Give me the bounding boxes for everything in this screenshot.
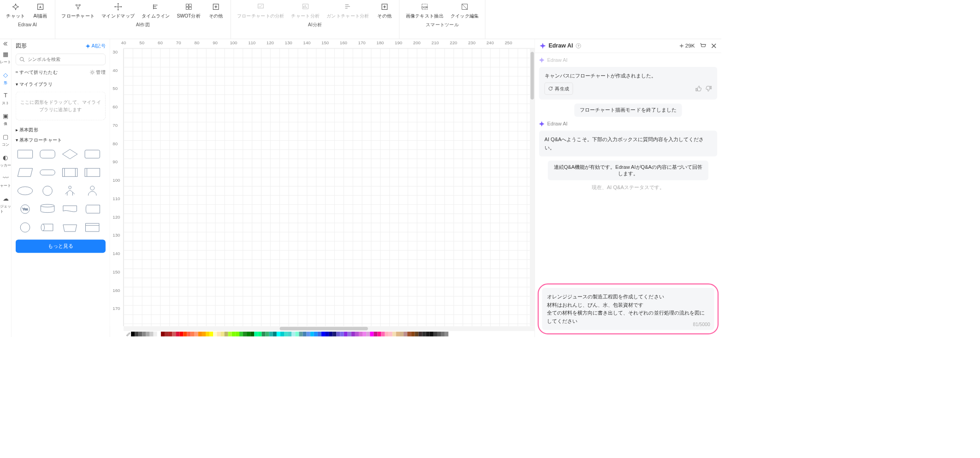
color-swatch[interactable] (392, 332, 396, 336)
color-swatch[interactable] (254, 332, 258, 336)
color-swatch[interactable] (389, 332, 392, 336)
color-swatch[interactable] (239, 332, 243, 336)
color-swatch[interactable] (445, 332, 448, 336)
color-swatch[interactable] (250, 332, 254, 336)
rail-palette[interactable]: ◐ッカー (0, 150, 11, 171)
flowchart-shape-14[interactable] (60, 202, 79, 216)
color-swatch[interactable] (426, 332, 430, 336)
flowchart-shape-7[interactable] (83, 165, 102, 180)
color-swatch[interactable] (150, 332, 154, 336)
color-swatch[interactable] (295, 332, 299, 336)
color-swatch[interactable] (228, 332, 232, 336)
flowchart-shape-9[interactable] (38, 183, 57, 198)
color-swatch[interactable] (273, 332, 277, 336)
toolbar-mindmap[interactable]: マインドマップ (98, 2, 138, 20)
ai-prompt-input[interactable]: オレンジジュースの製造工程図を作成してください 材料はおれんじ、びん、水、包装資… (542, 288, 714, 330)
color-swatch[interactable] (154, 332, 157, 336)
rail-box[interactable]: ▢コン (0, 130, 11, 150)
flowchart-shape-1[interactable] (38, 147, 57, 161)
color-swatch[interactable] (198, 332, 202, 336)
toolbar-ocr[interactable]: OCR画像テキスト抽出 (402, 2, 447, 20)
fold-all-toggle[interactable]: ≈ すべて折りたたむ (16, 69, 58, 75)
color-swatch[interactable] (236, 332, 239, 336)
color-swatch[interactable] (172, 332, 176, 336)
rail-chart[interactable]: 〰ャート (0, 171, 11, 191)
toolbar-flow-an[interactable]: フローチャートの分析 (233, 2, 288, 20)
color-swatch[interactable] (314, 332, 318, 336)
color-swatch[interactable] (381, 332, 385, 336)
regenerate-button[interactable]: 再生成 (545, 83, 573, 95)
color-swatch[interactable] (318, 332, 321, 336)
color-swatch[interactable] (232, 332, 236, 336)
symbol-search-input[interactable] (28, 57, 102, 62)
color-swatch[interactable] (213, 332, 217, 336)
color-swatch[interactable] (284, 332, 288, 336)
toolbar-swot[interactable]: SWOT分析 (173, 2, 204, 20)
color-swatch[interactable] (195, 332, 198, 336)
flowchart-shape-8[interactable] (16, 183, 35, 198)
flowchart-shape-12[interactable]: Yes (16, 202, 35, 216)
color-swatch[interactable] (168, 332, 172, 336)
scrollbar-vertical[interactable] (530, 48, 535, 326)
color-swatch[interactable] (355, 332, 359, 336)
color-swatch[interactable] (329, 332, 333, 336)
section-basic-shapes[interactable]: ▸ 基本図形 (16, 125, 106, 135)
color-swatch[interactable] (307, 332, 310, 336)
color-swatch[interactable] (418, 332, 422, 336)
color-swatch[interactable] (258, 332, 261, 336)
color-swatch[interactable] (310, 332, 314, 336)
color-swatch[interactable] (288, 332, 291, 336)
rail-shape[interactable]: ◇形 (0, 68, 11, 89)
manage-button[interactable]: 管理 (90, 69, 106, 75)
color-swatch[interactable] (351, 332, 355, 336)
color-swatch[interactable] (321, 332, 325, 336)
color-swatch[interactable] (333, 332, 336, 336)
color-swatch[interactable] (142, 332, 146, 336)
color-swatch[interactable] (217, 332, 220, 336)
thumbs-up-icon[interactable] (695, 86, 701, 92)
color-swatch[interactable] (344, 332, 348, 336)
flowchart-shape-13[interactable] (38, 202, 57, 216)
color-swatch[interactable] (374, 332, 377, 336)
color-swatch[interactable] (407, 332, 411, 336)
color-swatch[interactable] (179, 332, 183, 336)
flowchart-shape-19[interactable] (83, 220, 102, 235)
toolbar-image-ai[interactable]: AAI描画 (29, 2, 53, 20)
color-swatch[interactable] (400, 332, 404, 336)
color-swatch[interactable] (146, 332, 149, 336)
color-swatch[interactable] (404, 332, 407, 336)
color-swatch[interactable] (299, 332, 303, 336)
color-swatch[interactable] (202, 332, 206, 336)
rail-image[interactable]: ▣像 (0, 109, 11, 130)
color-swatch[interactable] (209, 332, 213, 336)
color-swatch[interactable] (280, 332, 284, 336)
toolbar-timeline[interactable]: タイムライン (138, 2, 174, 20)
color-swatch[interactable] (266, 332, 269, 336)
rail-cloud[interactable]: ☁ジェット (0, 191, 11, 217)
more-shapes-button[interactable]: もっと見る (16, 240, 106, 253)
help-icon[interactable]: ? (576, 43, 581, 48)
toolbar-sparkle[interactable]: チャット (3, 2, 29, 20)
toolbar-chart-an[interactable]: チャート分析 (288, 2, 323, 20)
flowchart-shape-16[interactable] (16, 220, 35, 235)
cart-icon[interactable] (700, 43, 707, 49)
symbol-search[interactable] (16, 54, 106, 65)
color-swatch[interactable] (434, 332, 437, 336)
toolbar-quick[interactable]: クイック編集 (447, 2, 482, 20)
color-swatch[interactable] (183, 332, 187, 336)
color-swatch[interactable] (138, 332, 142, 336)
color-swatch[interactable] (277, 332, 280, 336)
flowchart-shape-11[interactable] (83, 183, 102, 198)
flowchart-shape-10[interactable] (60, 183, 79, 198)
flowchart-shape-2[interactable] (60, 147, 79, 161)
toolbar-plus[interactable]: その他 (373, 2, 397, 20)
color-swatch[interactable] (269, 332, 273, 336)
toolbar-flowchart[interactable]: フローチャート (58, 2, 98, 20)
color-swatch[interactable] (385, 332, 389, 336)
section-basic-flowchart[interactable]: ▾ 基本フローチャート (16, 135, 106, 145)
color-swatch[interactable] (441, 332, 445, 336)
color-swatch[interactable] (206, 332, 209, 336)
color-swatch[interactable] (359, 332, 362, 336)
color-swatch[interactable] (325, 332, 329, 336)
flowchart-shape-4[interactable] (16, 165, 35, 180)
